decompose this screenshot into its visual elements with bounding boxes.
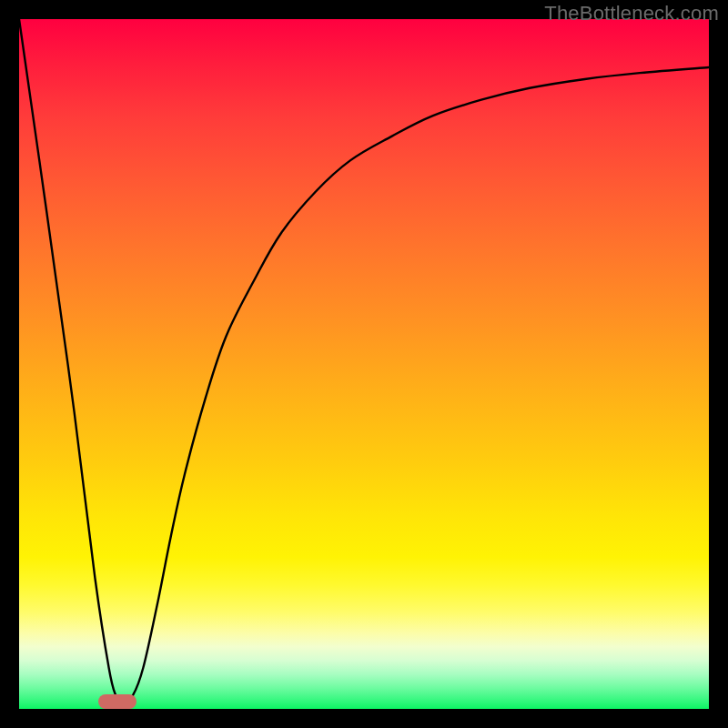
- chart-frame: TheBottleneck.com: [0, 0, 728, 728]
- watermark-text: TheBottleneck.com: [544, 2, 719, 25]
- plot-area: [19, 19, 709, 709]
- bottleneck-curve: [19, 19, 709, 709]
- minimum-marker: [98, 694, 136, 709]
